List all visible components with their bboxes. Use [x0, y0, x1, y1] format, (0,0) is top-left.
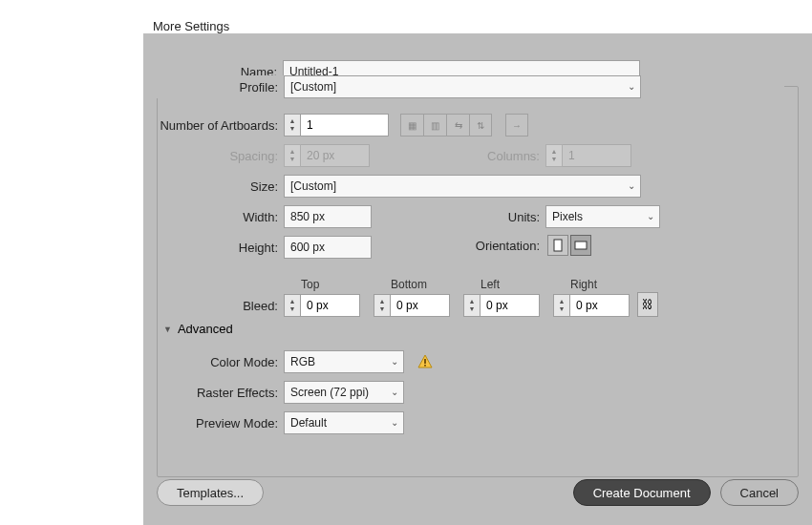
- raster-effects-select[interactable]: [284, 381, 404, 404]
- bleed-right-label: Right: [570, 278, 630, 291]
- bleed-right-input[interactable]: [570, 294, 630, 317]
- arrange-grid-by-row-button[interactable]: ▦: [400, 114, 423, 136]
- create-document-button[interactable]: Create Document: [573, 479, 711, 506]
- svg-rect-3: [424, 359, 426, 364]
- profile-label: Profile:: [144, 80, 278, 94]
- columns-stepper: ▲▼: [545, 144, 563, 167]
- bleed-right-stepper[interactable]: ▲▼: [553, 294, 570, 317]
- bleed-top-input[interactable]: [301, 294, 360, 317]
- profile-select[interactable]: [284, 75, 641, 98]
- advanced-label: Advanced: [178, 322, 233, 336]
- dialog-title: More Settings: [153, 19, 229, 33]
- units-label: Units:: [463, 210, 540, 224]
- artboards-label: Number of Artboards:: [144, 118, 278, 133]
- bleed-top-label: Top: [301, 278, 360, 291]
- bleed-left-label: Left: [481, 278, 540, 291]
- raster-effects-label: Raster Effects:: [144, 386, 278, 400]
- cancel-button[interactable]: Cancel: [720, 479, 799, 506]
- bleed-top-stepper[interactable]: ▲▼: [284, 294, 301, 317]
- warning-icon: [417, 354, 433, 369]
- size-select[interactable]: [284, 175, 641, 198]
- bleed-bottom-label: Bottom: [391, 278, 450, 291]
- bleed-bottom-stepper[interactable]: ▲▼: [374, 294, 391, 317]
- artboards-input[interactable]: [301, 114, 389, 136]
- columns-input: [563, 144, 631, 167]
- height-input[interactable]: [284, 236, 372, 259]
- svg-rect-0: [554, 240, 562, 251]
- orientation-label: Orientation:: [463, 239, 540, 253]
- bleed-label: Bleed:: [144, 299, 278, 313]
- artboards-stepper[interactable]: ▲▼: [284, 114, 301, 136]
- columns-label: Columns:: [463, 149, 540, 163]
- arrange-grid-by-col-button[interactable]: ▥: [423, 114, 446, 136]
- width-input[interactable]: [284, 205, 372, 228]
- orientation-landscape-button[interactable]: [570, 235, 591, 256]
- orientation-portrait-button[interactable]: [547, 235, 568, 256]
- bleed-left-stepper[interactable]: ▲▼: [463, 294, 481, 317]
- spacing-input: [301, 144, 370, 167]
- triangle-down-icon: ▼: [163, 325, 172, 334]
- new-document-panel: Name: Profile: ⌄ Number of Artboards: ▲▼…: [143, 33, 812, 525]
- spacing-label: Spacing:: [144, 149, 278, 163]
- templates-button[interactable]: Templates...: [157, 479, 264, 506]
- portrait-icon: [553, 239, 563, 252]
- svg-rect-1: [575, 242, 587, 249]
- advanced-disclosure[interactable]: ▼ Advanced: [163, 322, 233, 336]
- bleed-left-input[interactable]: [481, 294, 540, 317]
- arrange-col-button[interactable]: ⇅: [469, 114, 492, 136]
- units-select[interactable]: [545, 205, 660, 228]
- link-icon: ⛓: [642, 298, 653, 311]
- settings-fieldset: Profile: ⌄ Number of Artboards: ▲▼ ▦ ▥ ⇆…: [157, 86, 799, 477]
- preview-mode-select[interactable]: [284, 411, 404, 434]
- arrange-row-button[interactable]: ⇆: [446, 114, 469, 136]
- bleed-link-button[interactable]: ⛓: [637, 292, 658, 317]
- svg-rect-4: [424, 365, 426, 367]
- height-label: Height:: [144, 241, 278, 255]
- width-label: Width:: [144, 210, 278, 224]
- size-label: Size:: [144, 179, 278, 194]
- preview-mode-label: Preview Mode:: [144, 416, 278, 430]
- landscape-icon: [574, 241, 588, 250]
- spacing-stepper: ▲▼: [284, 144, 301, 167]
- arrange-rtl-button[interactable]: →: [505, 114, 528, 136]
- color-mode-select[interactable]: [284, 350, 404, 373]
- color-mode-label: Color Mode:: [144, 355, 278, 369]
- bleed-bottom-input[interactable]: [391, 294, 450, 317]
